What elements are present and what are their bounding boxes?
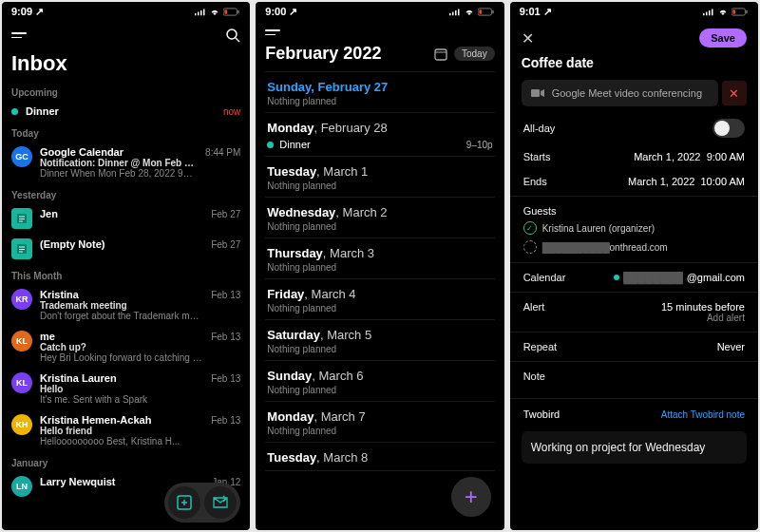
guest-row[interactable]: ██████████onthread.com [510, 238, 758, 256]
wifi-icon [209, 8, 220, 16]
note-row: Note [510, 364, 758, 389]
avatar: KH [11, 414, 32, 435]
add-alert-button[interactable]: Add alert [661, 313, 745, 323]
list-item[interactable]: KRKristinaTrademark meetingDon't forget … [2, 285, 250, 327]
location-icon: ↗ [35, 6, 44, 17]
list-item[interactable]: (Empty Note)Feb 27 [2, 235, 250, 265]
svg-rect-22 [449, 13, 451, 15]
list-item[interactable]: KLmeCatch up?Hey Bri Looking forward to … [2, 327, 250, 369]
event-title[interactable]: Coffee date [510, 51, 758, 80]
svg-rect-28 [479, 10, 482, 14]
svg-rect-32 [706, 11, 708, 15]
calendar-day[interactable]: Sunday, March 6Nothing planned [256, 361, 504, 401]
note-input[interactable]: Working on project for Wednesday [522, 431, 747, 464]
compose-note-button[interactable] [168, 486, 200, 519]
list-item[interactable]: GCGoogle CalendarNotification: Dinner @ … [2, 142, 250, 184]
svg-rect-33 [709, 10, 711, 15]
menu-icon[interactable] [11, 32, 27, 38]
avatar: KR [11, 289, 32, 310]
signal-icon [449, 8, 461, 16]
note-icon [11, 238, 32, 259]
section-label: January [2, 452, 250, 472]
calendar-day[interactable]: Monday, March 7Nothing planned [256, 402, 504, 442]
remove-meet-button[interactable]: ✕ [722, 81, 747, 105]
calendar-day[interactable]: Saturday, March 5Nothing planned [256, 320, 504, 360]
section-label: Yesterday [2, 184, 250, 204]
wifi-icon [464, 8, 475, 16]
avatar: KL [11, 372, 32, 393]
close-icon[interactable]: ✕ [522, 29, 534, 48]
calendar-day[interactable]: Wednesday, March 2Nothing planned [256, 198, 504, 238]
fab-group [164, 483, 240, 522]
svg-line-8 [236, 38, 239, 42]
svg-rect-23 [452, 11, 454, 15]
menu-icon[interactable] [265, 29, 280, 35]
search-icon[interactable] [225, 28, 240, 43]
calendar-day[interactable]: Monday, February 28Dinner9–10p [256, 113, 504, 156]
avatar: GC [11, 146, 32, 167]
twobird-row: Twobird Attach Twobird note [510, 401, 758, 428]
starts-row[interactable]: Starts March 1, 2022 9:00 AM [510, 144, 758, 169]
add-event-button[interactable]: + [451, 477, 491, 517]
svg-rect-25 [458, 9, 460, 15]
calendar-color-dot [614, 275, 619, 280]
list-item[interactable]: KLKristina LaurenHelloIt's me. Sent with… [2, 369, 250, 410]
calendar-view-icon[interactable] [433, 47, 448, 62]
calendar-row[interactable]: Calendar ████████@gmail.com [510, 265, 758, 290]
calendar-day[interactable]: Tuesday, March 8 [256, 443, 504, 470]
compose-mail-button[interactable] [204, 486, 237, 519]
calendar-day[interactable]: Friday, March 4Nothing planned [256, 279, 504, 319]
inbox-list[interactable]: UpcomingDinnernowTodayGCGoogle CalendarN… [2, 82, 250, 530]
svg-rect-2 [200, 10, 202, 15]
calendar-event[interactable]: Dinner9–10p [267, 139, 492, 150]
calendar-list[interactable]: Sunday, February 27Nothing plannedMonday… [256, 72, 504, 530]
month-title[interactable]: February 2022 [265, 44, 381, 64]
signal-icon [703, 8, 714, 16]
repeat-row[interactable]: Repeat Never [510, 334, 758, 359]
event-dot-icon [267, 142, 274, 148]
calendar-day[interactable]: Thursday, March 3Nothing planned [256, 238, 504, 278]
svg-rect-27 [492, 10, 493, 13]
calendar-day[interactable]: Tuesday, March 1Nothing planned [256, 157, 504, 197]
svg-rect-36 [746, 10, 747, 13]
svg-rect-3 [203, 9, 205, 15]
svg-rect-6 [225, 10, 228, 14]
status-bar: 9:01 ↗ [510, 2, 758, 21]
svg-rect-34 [712, 9, 713, 15]
avatar: KL [11, 331, 32, 352]
inbox-toolbar [2, 21, 250, 49]
guests-label: Guests [523, 205, 557, 217]
event-dot-icon [11, 108, 18, 115]
svg-rect-1 [198, 11, 200, 15]
alert-row[interactable]: Alert 15 minutes before Add alert [510, 294, 758, 330]
all-day-toggle[interactable] [712, 119, 745, 138]
clock: 9:01 [520, 6, 541, 17]
ends-row[interactable]: Ends March 1, 2022 10:00 AM [510, 169, 758, 194]
wifi-icon [717, 8, 729, 16]
svg-rect-31 [703, 13, 705, 15]
svg-rect-38 [531, 89, 540, 97]
clock: 9:00 [265, 6, 286, 17]
battery-low-icon [478, 8, 495, 16]
location-icon: ↗ [543, 6, 552, 17]
svg-rect-29 [435, 49, 446, 60]
video-icon [531, 88, 544, 98]
status-bar: 9:00 ↗ [256, 2, 504, 21]
attach-twobird-button[interactable]: Attach Twobird note [661, 409, 745, 420]
list-item[interactable]: KHKristina Hemen-AckahHello friendHelloo… [2, 410, 250, 452]
save-button[interactable]: Save [699, 28, 747, 48]
section-label: This Month [2, 265, 250, 285]
calendar-screen: 9:00 ↗ February 2022 Today Sunday, Febru… [256, 2, 504, 530]
guest-row[interactable]: ✓ Kristina Lauren (organizer) [510, 218, 758, 238]
list-item[interactable]: Dinnernow [2, 102, 250, 123]
all-day-row[interactable]: All-day [510, 112, 758, 144]
calendar-day[interactable]: Sunday, February 27Nothing planned [256, 72, 504, 112]
svg-rect-5 [238, 10, 239, 13]
google-meet-label[interactable]: Google Meet video conferencing [552, 87, 702, 99]
section-label: Today [2, 123, 250, 142]
today-button[interactable]: Today [454, 47, 495, 61]
battery-low-icon [223, 8, 240, 16]
list-item[interactable]: JenFeb 27 [2, 204, 250, 235]
calendar-toolbar [256, 21, 504, 44]
section-label: Upcoming [2, 82, 250, 102]
